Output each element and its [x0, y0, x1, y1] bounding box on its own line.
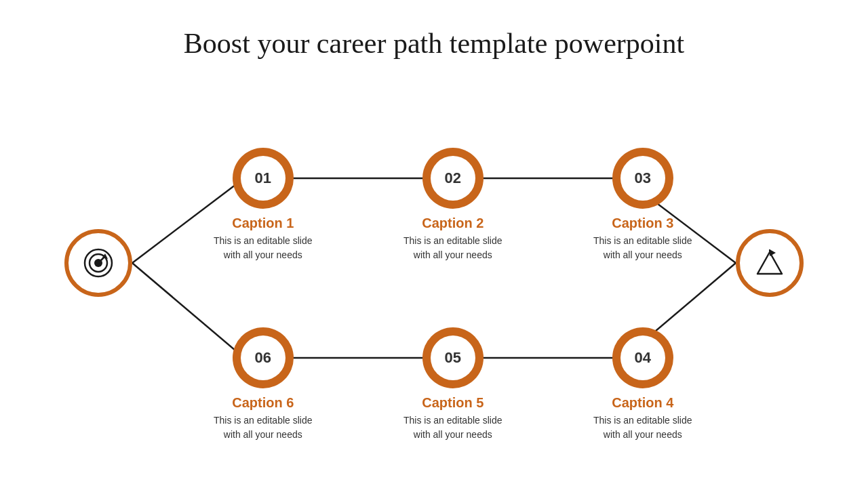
circle-05: 05	[422, 327, 484, 388]
caption-03: Caption 3	[612, 216, 673, 231]
desc-05: This is an editable slide with all your …	[403, 413, 502, 442]
end-icon	[736, 229, 804, 297]
svg-marker-7	[770, 249, 776, 256]
circle-02: 02	[422, 148, 484, 209]
number-01: 01	[241, 156, 285, 201]
desc-06: This is an editable slide with all your …	[214, 413, 313, 442]
number-03: 03	[620, 156, 665, 201]
slide-title: Boost your career path template powerpoi…	[184, 27, 684, 60]
circle-04: 04	[612, 327, 673, 388]
caption-04: Caption 4	[612, 395, 673, 411]
desc-04: This is an editable slide with all your …	[593, 413, 692, 442]
desc-01: This is an editable slide with all your …	[214, 234, 313, 262]
number-04: 04	[620, 336, 665, 380]
node-05: 05 Caption 5 This is an editable slide w…	[403, 327, 502, 442]
caption-01: Caption 1	[232, 216, 294, 231]
node-01: 01 Caption 1 This is an editable slide w…	[214, 148, 313, 262]
node-06: 06 Caption 6 This is an editable slide w…	[214, 327, 313, 442]
end-node	[736, 229, 804, 297]
slide: Boost your career path template powerpoi…	[0, 0, 868, 488]
diagram: 01 Caption 1 This is an editable slide w…	[61, 73, 807, 453]
number-05: 05	[431, 336, 475, 380]
start-icon	[64, 229, 132, 297]
start-node	[64, 229, 132, 297]
node-03: 03 Caption 3 This is an editable slide w…	[593, 148, 692, 262]
caption-05: Caption 5	[422, 395, 484, 411]
node-02: 02 Caption 2 This is an editable slide w…	[403, 148, 502, 262]
number-02: 02	[431, 156, 475, 201]
number-06: 06	[241, 336, 285, 380]
desc-02: This is an editable slide with all your …	[403, 234, 502, 262]
desc-03: This is an editable slide with all your …	[593, 234, 692, 262]
caption-06: Caption 6	[232, 395, 294, 411]
node-04: 04 Caption 4 This is an editable slide w…	[593, 327, 692, 442]
circle-03: 03	[612, 148, 673, 209]
caption-02: Caption 2	[422, 216, 484, 231]
circle-06: 06	[233, 327, 294, 388]
circle-01: 01	[233, 148, 294, 209]
